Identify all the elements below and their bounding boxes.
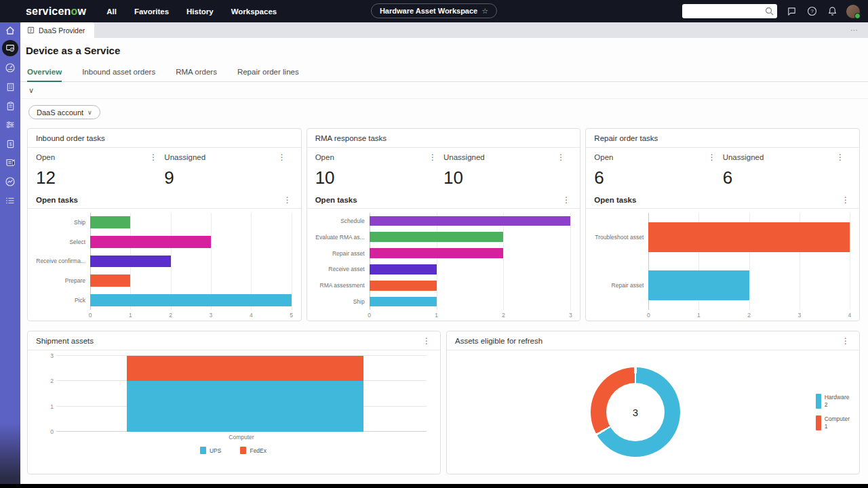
stat-value: 10 <box>443 167 572 188</box>
bar-segment-fedex[interactable] <box>127 356 363 381</box>
category-label: Select <box>33 232 85 252</box>
workspace-active-icon[interactable] <box>2 40 18 56</box>
bar-evaluate-rma-as-[interactable] <box>370 232 504 242</box>
user-avatar[interactable] <box>846 5 860 18</box>
bar-ship[interactable] <box>370 297 437 307</box>
x-axis-tick-label: 1 <box>129 312 132 319</box>
bar-repair-asset[interactable] <box>648 270 749 300</box>
chart-title: Open tasks <box>36 196 78 204</box>
search-input[interactable] <box>682 4 777 18</box>
tab-repair-order-lines[interactable]: Repair order lines <box>237 63 299 81</box>
bar-row <box>370 245 571 262</box>
kebab-menu-icon[interactable]: ⋮ <box>148 153 159 161</box>
bar-schedule[interactable] <box>370 216 571 226</box>
bar-repair-asset[interactable] <box>370 248 504 258</box>
kebab-menu-icon[interactable]: ⋮ <box>427 153 438 161</box>
legend-swatch <box>816 394 821 409</box>
kebab-menu-icon[interactable]: ⋮ <box>840 196 851 204</box>
bar-receive-asset[interactable] <box>370 264 437 274</box>
gridline <box>292 213 292 310</box>
workspace-switcher-pill[interactable]: Hardware Asset Workspace ☆ <box>371 3 497 18</box>
category-label: Ship <box>313 293 365 310</box>
kebab-menu-icon[interactable]: ⋮ <box>835 153 846 161</box>
stat-value: 12 <box>36 167 164 188</box>
bar-row <box>370 277 571 293</box>
tab-inbound-asset-orders[interactable]: Inbound asset orders <box>82 63 155 81</box>
bar-prepare[interactable] <box>90 274 130 287</box>
nav-item-history[interactable]: History <box>186 7 214 16</box>
bottom-cards-row: Shipment assets⋮ 0123ComputerUPSFedEx As… <box>27 331 860 474</box>
open-tasks-chart: ScheduleEvaluate RMA as...Repair assetRe… <box>307 209 580 321</box>
filter-row: DaaS account ∨ <box>20 99 868 119</box>
clipboard-tasks-icon[interactable] <box>0 96 20 115</box>
chevron-down-icon[interactable]: ∨ <box>28 87 34 94</box>
x-axis-tick-label: 0 <box>368 312 371 319</box>
invoice-document-icon[interactable]: $ <box>0 134 20 153</box>
caret-down-icon: ∨ <box>87 109 92 116</box>
x-axis-tick-label: 3 <box>210 312 213 319</box>
bar-row <box>370 261 571 277</box>
nav-item-all[interactable]: All <box>106 7 117 16</box>
plot-wrapper: 0123Computer <box>56 356 427 441</box>
filter-sliders-icon[interactable] <box>0 115 20 134</box>
kebab-menu-icon[interactable]: ⋮ <box>282 196 293 204</box>
company-building-icon[interactable] <box>0 77 20 96</box>
bar-rma-assessment[interactable] <box>370 281 437 291</box>
y-axis-tick-label: 3 <box>43 352 54 359</box>
legend-label: Computer1 <box>825 415 850 430</box>
kebab-menu-icon[interactable]: ⋮ <box>561 196 572 204</box>
kebab-menu-icon[interactable]: ⋮ <box>707 153 717 161</box>
nav-item-workspaces[interactable]: Workspaces <box>231 7 277 16</box>
assets-refresh-donut-chart: 3Hardware2Computer1 <box>447 350 859 474</box>
bar-segment-ups[interactable] <box>127 381 363 432</box>
category-label: Ship <box>33 213 85 232</box>
x-axis-tick-label: 1 <box>697 312 701 319</box>
nav-item-favorites[interactable]: Favorites <box>134 7 169 16</box>
help-icon[interactable]: ? <box>806 5 818 18</box>
x-axis-tick-label: 4 <box>848 312 852 319</box>
category-axis-labels: Troubleshoot assetRepair asset <box>591 213 648 310</box>
stat-value: 10 <box>315 167 443 188</box>
connect-chat-icon[interactable] <box>785 5 797 18</box>
y-axis-tick-label: 1 <box>43 403 54 410</box>
bar-ship[interactable] <box>90 216 130 228</box>
list-menu-icon[interactable] <box>0 191 20 210</box>
donut-ring[interactable]: 3 <box>591 367 680 457</box>
kebab-menu-icon[interactable]: ⋮ <box>840 337 851 345</box>
tab-overview[interactable]: Overview <box>27 63 62 81</box>
daas-account-filter[interactable]: DaaS account ∨ <box>28 105 100 119</box>
bar-row <box>370 293 571 310</box>
metrics-circle-icon[interactable] <box>0 172 20 191</box>
home-icon[interactable] <box>0 22 20 38</box>
top-navigation-bar: servicenow All Favorites History Workspa… <box>0 0 868 22</box>
bar-pick[interactable] <box>90 294 292 306</box>
favorite-star-icon[interactable]: ☆ <box>481 7 488 16</box>
x-axis-category-label: Computer <box>56 434 427 441</box>
bar-select[interactable] <box>90 236 211 248</box>
dashboard-gauge-icon[interactable] <box>0 58 20 77</box>
page-title: Device as a Service <box>20 38 868 56</box>
tab-rma-orders[interactable]: RMA orders <box>176 63 217 81</box>
x-axis-tick-label: 5 <box>290 312 293 319</box>
kebab-menu-icon[interactable]: ⋮ <box>555 153 566 161</box>
x-axis-tick-label: 2 <box>502 312 505 319</box>
kebab-menu-icon[interactable]: ⋮ <box>421 337 432 345</box>
card-title: Repair order tasks <box>594 134 658 142</box>
notifications-bell-icon[interactable] <box>826 5 838 18</box>
tab-daas-provider[interactable]: DaaS Provider <box>20 22 94 38</box>
legend-item-fedex: FedEx <box>240 447 267 454</box>
bar-troubleshoot-asset[interactable] <box>648 222 850 252</box>
legend-swatch <box>240 447 246 454</box>
svg-text:$: $ <box>9 141 12 146</box>
kebab-menu-icon[interactable]: ⋮ <box>277 153 288 161</box>
tab-overflow-menu[interactable]: ⋯ <box>850 26 859 35</box>
category-label: Troubleshoot asset <box>591 213 644 262</box>
catalog-book-icon[interactable] <box>0 153 20 172</box>
category-label: Schedule <box>313 213 365 229</box>
bar-receive-confirma-[interactable] <box>90 256 171 268</box>
servicenow-logo[interactable]: servicenow <box>26 5 86 18</box>
x-axis-tick-label: 4 <box>250 312 253 319</box>
bar-row <box>90 232 292 252</box>
open-tasks-chart: ShipSelectReceive confirma...PreparePick… <box>28 209 301 321</box>
legend-item-computer: Computer1 <box>816 415 850 430</box>
